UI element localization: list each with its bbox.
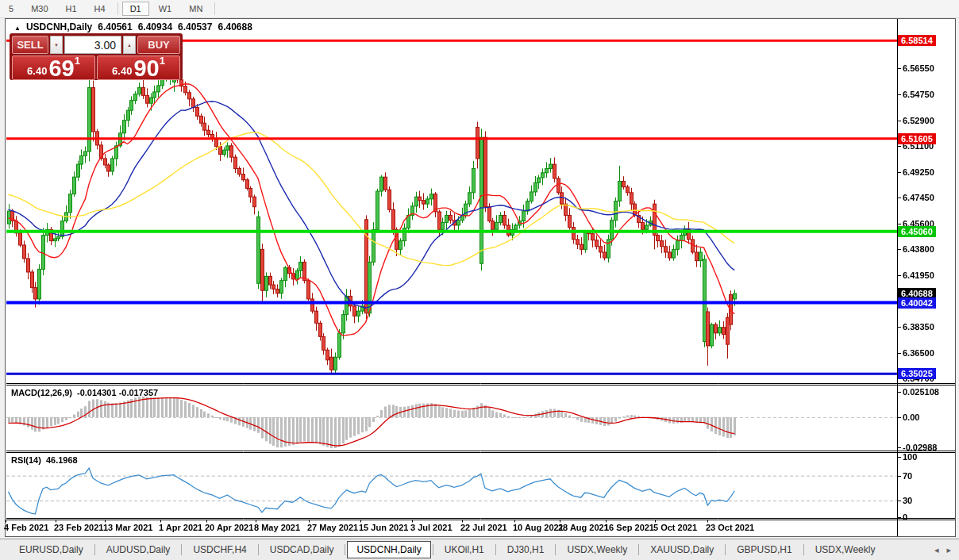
chart-tab-usdx-weekly[interactable]: USDX,Weekly — [806, 541, 885, 558]
buy-price-prefix: 6.40 — [112, 63, 132, 79]
triangle-up-icon: ▲ — [127, 43, 132, 48]
tab-scroll-buttons: ◂ ▸ — [934, 545, 959, 555]
trade-controls-row: SELL ▼ ▲ BUY — [12, 36, 180, 54]
price-badge: 6.40042 — [898, 297, 936, 309]
chart-tab-usdchf-h4[interactable]: USDCHF,H4 — [183, 541, 256, 558]
date-tick-label: 13 Mar 2021 — [103, 523, 152, 532]
macd-axis-label: 0.00 — [903, 412, 919, 423]
chart-tab-bar: EURUSD,DailyAUDUSD,DailyUSDCHF,H4USDCAD,… — [0, 539, 959, 560]
price-tick-label: 6.47450 — [903, 192, 934, 203]
rsi-axis-label: 100 — [903, 451, 917, 462]
ohlc-high: 6.40934 — [138, 21, 172, 33]
tab-scroll-left-icon[interactable]: ◂ — [934, 545, 939, 555]
price-tick-label: 6.43800 — [903, 244, 934, 255]
tab-separator — [433, 544, 433, 555]
date-tick-label: 23 Feb 2021 — [54, 523, 103, 532]
date-tick-label: 23 Oct 2021 — [706, 523, 754, 532]
sell-price-prefix: 6.40 — [27, 63, 47, 79]
date-tick-label: 5 Oct 2021 — [653, 523, 697, 532]
chart-tab-ukoil-h1[interactable]: UKOil,H1 — [435, 541, 494, 558]
macd-values-text: -0.014301 -0.017357 — [77, 388, 158, 397]
volume-decrease-button[interactable]: ▼ — [50, 36, 63, 54]
price-badge: 6.45060 — [898, 226, 936, 237]
ohlc-close: 6.40688 — [218, 21, 252, 33]
rsi-axis-label: 70 — [903, 470, 912, 481]
date-tick-label: 28 Aug 2021 — [558, 523, 609, 532]
rsi-indicator-label: RSI(14) 46.1968 — [11, 455, 78, 465]
buy-price-sup: 1 — [160, 56, 165, 66]
price-tick-label: 6.49250 — [903, 167, 934, 178]
chart-tab-usdcad-daily[interactable]: USDCAD,Daily — [260, 541, 344, 558]
price-badge: 6.58514 — [898, 35, 936, 46]
macd-indicator-label: MACD(12,26,9) -0.014301 -0.017357 — [11, 388, 158, 397]
date-tick-label: 27 May 2021 — [307, 523, 358, 532]
price-tick-label: 6.52900 — [903, 115, 934, 126]
price-badge: 6.51605 — [898, 133, 936, 144]
price-badge: 6.35025 — [898, 368, 936, 379]
collapse-arrow-icon[interactable]: ▲ — [14, 25, 21, 32]
price-tick-label: 6.38350 — [903, 321, 934, 332]
trade-prices-row: 6.40691 6.40901 — [12, 56, 180, 80]
tab-separator — [181, 544, 182, 555]
price-tick-label: 6.56550 — [903, 63, 934, 74]
date-tick-label: 22 Jul 2021 — [460, 523, 507, 532]
tab-separator — [725, 544, 726, 555]
chart-tab-eurusd-daily[interactable]: EURUSD,Daily — [10, 541, 93, 558]
tab-separator — [258, 544, 259, 555]
price-tick-label: 6.54750 — [903, 89, 934, 100]
chart-title-bar: ▲ USDCNH,Daily 6.40561 6.40934 6.40537 6… — [14, 21, 252, 33]
tab-scroll-right-icon[interactable]: ▸ — [946, 545, 951, 555]
volume-input[interactable] — [64, 36, 121, 54]
one-click-trading-panel: SELL ▼ ▲ BUY 6.40691 6.40901 — [10, 33, 183, 80]
chart-symbol-title: USDCNH,Daily — [26, 21, 92, 33]
tab-separator — [94, 544, 95, 555]
chart-tab-dj30-h1[interactable]: DJ30,H1 — [498, 541, 554, 558]
date-tick-label: 3 Jul 2021 — [410, 523, 453, 532]
tab-separator — [638, 544, 639, 555]
price-tick-label: 6.41950 — [903, 270, 934, 281]
volume-increase-button[interactable]: ▲ — [123, 36, 136, 54]
sell-price-box[interactable]: 6.40691 — [12, 56, 95, 80]
rsi-axis-label: 0 — [903, 512, 907, 523]
sell-price-main: 69 — [48, 59, 74, 79]
price-tick-label: 6.36500 — [903, 347, 934, 359]
date-tick-label: 16 Sep 2021 — [604, 523, 654, 532]
chart-tab-usdx-weekly[interactable]: USDX,Weekly — [557, 541, 637, 558]
date-tick-label: 4 Feb 2021 — [4, 523, 48, 532]
date-tick-label: 20 Apr 2021 — [205, 523, 253, 532]
date-tick-label: 8 May 2021 — [254, 523, 300, 532]
ohlc-low: 6.40537 — [178, 21, 212, 33]
chart-tab-usdcnh-daily[interactable]: USDCNH,Daily — [347, 541, 430, 558]
buy-price-box[interactable]: 6.40901 — [97, 56, 180, 80]
date-tick-label: 10 Aug 2021 — [513, 523, 564, 532]
chart-tab-xauusd-daily[interactable]: XAUUSD,Daily — [641, 541, 723, 558]
triangle-down-icon: ▼ — [54, 43, 59, 48]
ohlc-open: 6.40561 — [98, 21, 132, 33]
trading-terminal: 5M30H1H4D1W1MN ▲ USDCNH,Daily 6.40561 6.… — [0, 0, 959, 560]
tab-separator — [555, 544, 556, 555]
tab-separator — [495, 544, 496, 555]
buy-button[interactable]: BUY — [137, 36, 180, 54]
date-tick-label: 1 Apr 2021 — [159, 523, 202, 532]
chart-tab-audusd-daily[interactable]: AUDUSD,Daily — [97, 541, 180, 558]
macd-label-text: MACD(12,26,9) — [11, 388, 72, 397]
rsi-axis-label: 30 — [903, 495, 912, 506]
chart-tabs: EURUSD,DailyAUDUSD,DailyUSDCHF,H4USDCAD,… — [10, 541, 884, 558]
tab-separator — [803, 544, 804, 555]
rsi-label-text: RSI(14) — [11, 455, 41, 465]
chart-canvas[interactable] — [0, 0, 959, 560]
buy-price-main: 90 — [133, 59, 159, 79]
chart-tab-gbpusd-h1[interactable]: GBPUSD,H1 — [727, 541, 801, 558]
rsi-value-text: 46.1968 — [46, 455, 78, 465]
date-tick-label: 15 Jun 2021 — [359, 523, 408, 532]
macd-axis-label: 0.025108 — [903, 386, 939, 397]
tab-separator — [345, 544, 345, 555]
sell-button[interactable]: SELL — [12, 36, 48, 54]
sell-price-sup: 1 — [75, 56, 80, 66]
